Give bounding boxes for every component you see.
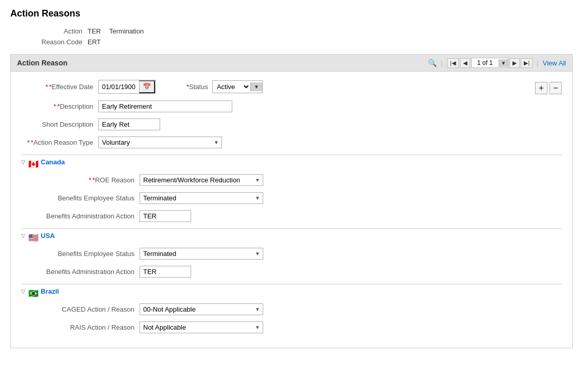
brazil-section: ▽ 🇧🇷 Brazil CAGED Action / Reason 00-Not… bbox=[21, 284, 562, 333]
prev-page-button[interactable]: ◀ bbox=[460, 58, 470, 68]
action-reason-type-row: *Action Reason Type Voluntary Involuntar… bbox=[21, 137, 562, 148]
roe-reason-label: *ROE Reason bbox=[21, 176, 134, 184]
roe-reason-row: *ROE Reason Retirement/Workforce Reducti… bbox=[21, 174, 562, 186]
brazil-chevron[interactable]: ▽ bbox=[21, 288, 25, 294]
caged-action-label: CAGED Action / Reason bbox=[21, 305, 134, 313]
usa-benefits-admin-action-label: Benefits Administration Action bbox=[21, 268, 134, 276]
panel-body: *Effective Date 📅 *Status Active bbox=[11, 72, 572, 348]
view-all-link[interactable]: View All bbox=[543, 59, 566, 67]
brazil-flag: 🇧🇷 bbox=[28, 288, 38, 295]
rais-action-row: RAIS Action / Reason Not Applicable Othe… bbox=[21, 321, 562, 333]
canada-benefits-emp-status-row: Benefits Employee Status Terminated Acti… bbox=[21, 192, 562, 204]
page-title: Action Reasons bbox=[10, 8, 573, 19]
usa-benefits-admin-action-input[interactable] bbox=[140, 266, 191, 278]
action-code: TER bbox=[88, 27, 101, 35]
canada-benefits-emp-status-select[interactable]: Terminated Active Leave bbox=[140, 192, 263, 204]
status-wrapper: Active Inactive ▼ bbox=[212, 80, 263, 93]
usa-header: ▽ 🇺🇸 USA bbox=[21, 228, 562, 243]
action-reason-type-wrapper: Voluntary Involuntary bbox=[98, 137, 222, 148]
reason-code-value: ERT bbox=[88, 38, 101, 46]
panel-toolbar: 🔍 | |◀ ◀ ▼ ▶ ▶| | View All bbox=[428, 58, 566, 68]
short-description-label: Short Description bbox=[21, 121, 93, 128]
canada-title[interactable]: Canada bbox=[41, 158, 65, 166]
usa-benefits-admin-action-row: Benefits Administration Action bbox=[21, 266, 562, 278]
usa-benefits-emp-status-select[interactable]: Terminated Active Leave bbox=[140, 248, 263, 260]
description-input[interactable] bbox=[98, 100, 232, 112]
canada-benefits-emp-status-wrapper: Terminated Active Leave bbox=[140, 192, 263, 204]
canada-section: ▽ 🇨🇦 Canada *ROE Reason Retirement/Workf… bbox=[21, 155, 562, 222]
brazil-title[interactable]: Brazil bbox=[41, 287, 59, 295]
effective-date-input[interactable] bbox=[99, 81, 139, 92]
rais-action-wrapper: Not Applicable Other bbox=[140, 321, 263, 333]
usa-chevron[interactable]: ▽ bbox=[21, 233, 25, 238]
brazil-header: ▽ 🇧🇷 Brazil bbox=[21, 284, 562, 298]
page-indicator: ▼ bbox=[471, 58, 509, 68]
usa-flag: 🇺🇸 bbox=[28, 233, 38, 239]
pagination-nav: |◀ ◀ ▼ ▶ ▶| bbox=[447, 58, 533, 68]
next-page-button[interactable]: ▶ bbox=[509, 58, 520, 68]
effective-date-wrapper: 📅 bbox=[98, 80, 156, 94]
canada-chevron[interactable]: ▽ bbox=[21, 159, 25, 165]
search-button[interactable]: 🔍 bbox=[428, 59, 437, 67]
canada-flag: 🇨🇦 bbox=[28, 159, 38, 165]
canada-benefits-admin-action-label: Benefits Administration Action bbox=[21, 212, 134, 220]
reason-code-label: Reason Code bbox=[10, 38, 82, 46]
effective-date-label: *Effective Date bbox=[21, 83, 93, 91]
panel-header: Action Reason 🔍 | |◀ ◀ ▼ ▶ ▶| | View All bbox=[11, 55, 572, 72]
meta-section: Action TER Termination Reason Code ERT bbox=[10, 27, 573, 46]
status-dropdown-arrow[interactable]: ▼ bbox=[250, 82, 262, 91]
calendar-button[interactable]: 📅 bbox=[139, 80, 155, 93]
canada-header: ▽ 🇨🇦 Canada bbox=[21, 155, 562, 169]
short-description-row: Short Description bbox=[21, 118, 562, 130]
action-label: Action bbox=[10, 27, 82, 35]
caged-action-wrapper: 00-Not Applicable 01-Other bbox=[140, 303, 263, 315]
description-row: *Description bbox=[21, 100, 562, 112]
usa-benefits-emp-status-label: Benefits Employee Status bbox=[21, 250, 134, 258]
canada-benefits-admin-action-row: Benefits Administration Action bbox=[21, 210, 562, 222]
page-input[interactable] bbox=[472, 58, 499, 67]
roe-reason-select[interactable]: Retirement/Workforce Reduction Other bbox=[140, 174, 263, 186]
short-description-input[interactable] bbox=[98, 118, 160, 130]
action-reason-panel: Action Reason 🔍 | |◀ ◀ ▼ ▶ ▶| | View All bbox=[10, 54, 573, 348]
caged-action-select[interactable]: 00-Not Applicable 01-Other bbox=[140, 303, 263, 315]
usa-section: ▽ 🇺🇸 USA Benefits Employee Status Termin… bbox=[21, 228, 562, 278]
description-label: *Description bbox=[21, 103, 93, 110]
action-reason-type-label: *Action Reason Type bbox=[21, 139, 93, 146]
add-row-button[interactable]: + bbox=[535, 82, 547, 94]
first-page-button[interactable]: |◀ bbox=[447, 58, 459, 68]
action-reason-type-select[interactable]: Voluntary Involuntary bbox=[98, 137, 222, 148]
action-value: Termination bbox=[109, 27, 144, 35]
usa-title[interactable]: USA bbox=[41, 232, 55, 240]
usa-benefits-emp-status-wrapper: Terminated Active Leave bbox=[140, 248, 263, 260]
last-page-button[interactable]: ▶| bbox=[521, 58, 533, 68]
add-remove-buttons: + − bbox=[535, 82, 562, 94]
canada-benefits-admin-action-input[interactable] bbox=[140, 210, 191, 222]
remove-row-button[interactable]: − bbox=[550, 82, 562, 94]
roe-reason-wrapper: Retirement/Workforce Reduction Other bbox=[140, 174, 263, 186]
status-label: *Status bbox=[186, 83, 208, 91]
status-select[interactable]: Active Inactive bbox=[213, 81, 250, 93]
rais-action-label: RAIS Action / Reason bbox=[21, 323, 134, 331]
usa-benefits-emp-status-row: Benefits Employee Status Terminated Acti… bbox=[21, 248, 562, 260]
page-dropdown-arrow[interactable]: ▼ bbox=[499, 59, 508, 67]
panel-title: Action Reason bbox=[17, 59, 67, 67]
caged-action-row: CAGED Action / Reason 00-Not Applicable … bbox=[21, 303, 562, 315]
rais-action-select[interactable]: Not Applicable Other bbox=[140, 321, 263, 333]
canada-benefits-emp-status-label: Benefits Employee Status bbox=[21, 194, 134, 202]
